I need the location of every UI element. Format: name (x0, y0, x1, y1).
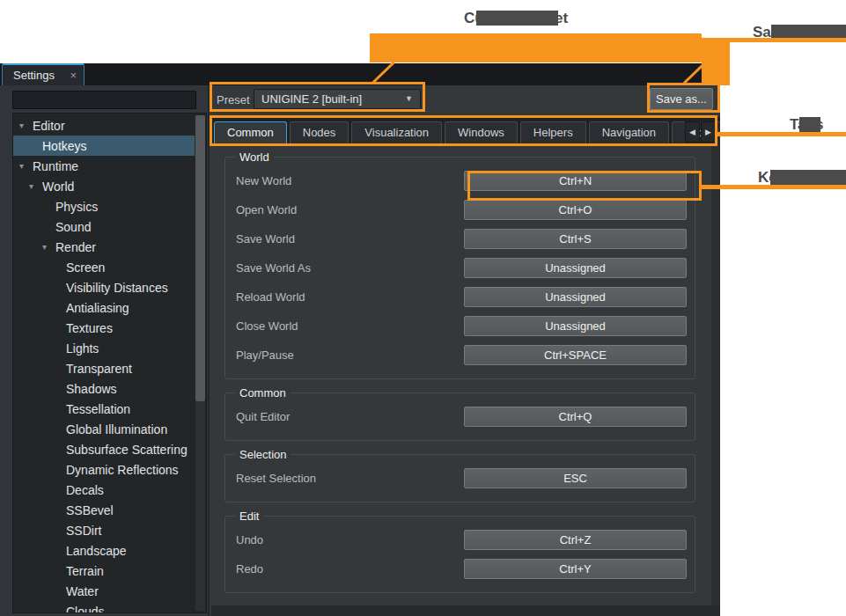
hotkeys-panel: Preset UNIGINE 2 [built-in] ▼ Save as...… (211, 85, 720, 616)
tree-scrollbar[interactable] (195, 115, 205, 611)
chevron-down-icon[interactable]: ▾ (19, 121, 33, 130)
tab-settings[interactable]: Settings × (2, 63, 85, 85)
tree-item-subsurface-scattering[interactable]: Subsurface Scattering (13, 439, 195, 459)
content-vertical-scrollbar[interactable] (711, 143, 720, 605)
redaction-box (799, 117, 820, 132)
tree-item-antialiasing[interactable]: Antialiasing (13, 297, 195, 318)
tree-item-transparent[interactable]: Transparent (13, 358, 195, 378)
tree-filter-input[interactable] (12, 91, 196, 109)
tree-item-ssbevel[interactable]: SSBevel (13, 500, 195, 520)
callout-box-keybinding (467, 171, 702, 201)
tree-item-sound[interactable]: Sound (13, 216, 195, 237)
hotkey-row: Reload World Unassigned (225, 282, 695, 312)
callout-block-current-preset (370, 33, 702, 62)
annotation-label-current-preset: Current Preset (464, 10, 568, 27)
tree-item-editor[interactable]: ▾Editor (13, 115, 195, 136)
redaction-box (770, 170, 846, 185)
tree-item-water[interactable]: Water (13, 581, 195, 601)
section-title: Common (235, 386, 291, 400)
callout-box-preset-dropdown (210, 82, 425, 112)
settings-window: Settings × ▾Editor Hotkeys ▾Runtime ▾Wor… (0, 63, 720, 616)
hotkey-row: Save World As Unassigned (225, 253, 695, 282)
hotkey-row: Close World Unassigned (225, 312, 695, 341)
close-icon[interactable]: × (70, 70, 77, 81)
tree-item-dynamic-reflections[interactable]: Dynamic Reflections (13, 459, 195, 480)
hotkey-row: Save World Ctrl+S (225, 224, 695, 253)
tree-item-physics[interactable]: Physics (13, 196, 195, 216)
settings-tree: ▾Editor Hotkeys ▾Runtime ▾World Physics … (12, 113, 207, 613)
keybinding-button-undo[interactable]: Ctrl+Z (464, 530, 687, 550)
tree-item-shadows[interactable]: Shadows (13, 378, 195, 399)
tree-item-tessellation[interactable]: Tessellation (13, 399, 195, 419)
tree-item-decals[interactable]: Decals (13, 480, 195, 500)
hotkeys-content: World New World Ctrl+N Open World Ctrl+O… (211, 143, 720, 616)
hotkey-row: Play/Pause Ctrl+SPACE (225, 341, 695, 370)
section-title: World (235, 150, 274, 164)
keybinding-button-redo[interactable]: Ctrl+Y (464, 559, 687, 579)
keybinding-button-save-world[interactable]: Ctrl+S (464, 229, 687, 249)
callout-line-keybinding (702, 185, 846, 189)
chevron-down-icon[interactable]: ▾ (42, 242, 55, 252)
callout-box-save-as (647, 83, 720, 113)
hotkey-row: Undo Ctrl+Z (225, 525, 695, 554)
keybinding-button-reset-selection[interactable]: ESC (464, 468, 687, 488)
hotkey-row: Reset Selection ESC (225, 464, 695, 493)
window-tab-title: Settings (13, 69, 55, 82)
tree-item-runtime[interactable]: ▾Runtime (13, 156, 195, 176)
tree-item-screen[interactable]: Screen (13, 257, 195, 277)
section-selection: Selection Reset Selection ESC (224, 454, 695, 502)
keybinding-button-play-pause[interactable]: Ctrl+SPACE (464, 345, 687, 365)
callout-line-tabs (717, 132, 846, 136)
tree-item-hotkeys[interactable]: Hotkeys (13, 136, 195, 156)
annotation-label-key-binding: Key Binding (758, 169, 845, 187)
keybinding-button-save-world-as[interactable]: Unassigned (464, 258, 687, 278)
callout-box-tab-bar (210, 115, 717, 146)
section-title: Selection (235, 448, 291, 461)
keybinding-button-close-world[interactable]: Unassigned (464, 316, 687, 336)
settings-sidebar: ▾Editor Hotkeys ▾Runtime ▾World Physics … (0, 85, 210, 616)
callout-line-save (730, 38, 846, 42)
tree-item-clouds[interactable]: Clouds (13, 601, 195, 613)
keybinding-button-quit-editor[interactable]: Ctrl+Q (464, 407, 687, 427)
annotation-label-tabs: Tabs (790, 116, 823, 134)
keybinding-button-reload-world[interactable]: Unassigned (464, 287, 687, 307)
tree-item-lights[interactable]: Lights (13, 338, 195, 358)
tree-item-ssdirt[interactable]: SSDirt (13, 520, 195, 540)
section-edit: Edit Undo Ctrl+Z Redo Ctrl+Y (224, 516, 695, 593)
callout-elbow-save (702, 38, 730, 85)
tree-scrollbar-thumb[interactable] (195, 115, 205, 401)
tree-item-textures[interactable]: Textures (13, 318, 195, 338)
tree-item-terrain[interactable]: Terrain (13, 561, 195, 581)
redaction-box (476, 11, 558, 26)
chevron-down-icon[interactable]: ▾ (29, 181, 42, 191)
hotkey-row: Redo Ctrl+Y (225, 554, 695, 583)
chevron-down-icon[interactable]: ▾ (19, 161, 33, 171)
tree-item-visibility-distances[interactable]: Visibility Distances (13, 277, 195, 297)
tree-item-landscape[interactable]: Landscape (13, 540, 195, 561)
tree-item-world[interactable]: ▾World (13, 176, 195, 196)
keybinding-button-open-world[interactable]: Ctrl+O (464, 200, 687, 220)
content-horizontal-scrollbar[interactable] (211, 605, 720, 616)
hotkey-row: Quit Editor Ctrl+Q (225, 402, 695, 431)
tree-item-global-illumination[interactable]: Global Illumination (13, 419, 195, 439)
tree-item-render[interactable]: ▾Render (13, 237, 195, 257)
section-common: Common Quit Editor Ctrl+Q (224, 392, 695, 441)
section-title: Edit (235, 510, 263, 523)
